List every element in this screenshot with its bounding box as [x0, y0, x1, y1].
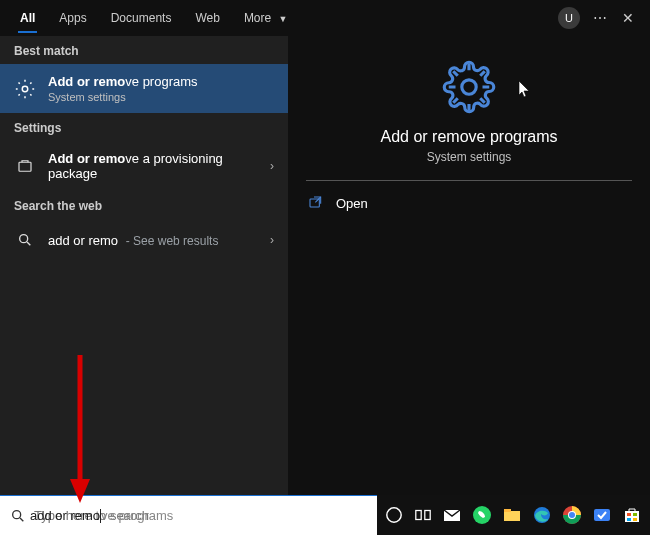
tab-documents[interactable]: Documents	[99, 3, 184, 33]
cortana-icon[interactable]	[385, 502, 404, 528]
result-subtitle: System settings	[48, 91, 274, 103]
svg-rect-23	[627, 518, 631, 521]
store-icon[interactable]	[622, 502, 642, 528]
gear-icon	[14, 78, 36, 100]
svg-rect-22	[633, 513, 637, 516]
svg-point-6	[13, 510, 21, 518]
settings-section-label: Settings	[0, 113, 288, 141]
open-label: Open	[336, 196, 368, 211]
chevron-right-icon: ›	[270, 159, 274, 173]
result-web-search[interactable]: add or remo - See web results ›	[0, 219, 288, 261]
tab-web[interactable]: Web	[183, 3, 231, 33]
top-tabbar: All Apps Documents Web More ▼ U ⋯ ✕	[0, 0, 650, 36]
svg-rect-19	[594, 509, 610, 521]
svg-point-3	[462, 80, 476, 94]
svg-point-18	[569, 512, 575, 518]
more-options-button[interactable]: ⋯	[586, 10, 614, 26]
chevron-down-icon: ▼	[279, 14, 288, 24]
svg-point-7	[387, 508, 401, 522]
preview-panel: Add or remove programs System settings O…	[288, 36, 650, 495]
results-panel: Best match Add or remove programs System…	[0, 36, 288, 495]
open-action[interactable]: Open	[288, 181, 650, 225]
web-hint: - See web results	[126, 234, 219, 248]
close-button[interactable]: ✕	[614, 10, 642, 26]
preview-subtitle: System settings	[306, 150, 632, 164]
mouse-cursor-icon	[518, 80, 532, 98]
chevron-right-icon: ›	[270, 233, 274, 247]
svg-rect-12	[504, 511, 520, 521]
svg-rect-24	[633, 518, 637, 521]
best-match-label: Best match	[0, 36, 288, 64]
svg-point-0	[22, 86, 28, 92]
todo-icon[interactable]	[592, 502, 612, 528]
result-title-bold: Add or remo	[48, 74, 125, 89]
tab-all[interactable]: All	[8, 3, 47, 33]
svg-rect-9	[425, 511, 430, 520]
chrome-icon[interactable]	[562, 502, 582, 528]
explorer-icon[interactable]	[502, 502, 522, 528]
svg-point-2	[20, 235, 28, 243]
result-title-bold: Add or remo	[48, 151, 125, 166]
search-input[interactable]	[34, 508, 367, 523]
search-icon	[14, 229, 36, 251]
task-view-icon[interactable]	[414, 502, 433, 528]
tab-more-label: More	[244, 11, 271, 25]
open-icon	[308, 195, 324, 211]
svg-rect-13	[504, 509, 511, 512]
preview-title: Add or remove programs	[306, 128, 632, 146]
edge-icon[interactable]	[532, 502, 552, 528]
user-avatar[interactable]: U	[558, 7, 580, 29]
mail-icon[interactable]	[442, 502, 462, 528]
result-add-remove-programs[interactable]: Add or remove programs System settings	[0, 64, 288, 113]
web-section-label: Search the web	[0, 191, 288, 219]
search-box[interactable]	[0, 495, 377, 535]
package-icon	[14, 155, 36, 177]
tab-apps[interactable]: Apps	[47, 3, 98, 33]
search-icon	[10, 508, 26, 524]
svg-rect-1	[19, 162, 31, 171]
web-query: add or remo	[48, 233, 118, 248]
whatsapp-icon[interactable]	[472, 502, 492, 528]
result-provisioning-package[interactable]: Add or remove a provisioning package ›	[0, 141, 288, 191]
svg-rect-21	[627, 513, 631, 516]
preview-gear-icon	[306, 60, 632, 114]
svg-rect-8	[416, 511, 421, 520]
tab-more[interactable]: More ▼	[232, 3, 300, 33]
result-title-rest: ve programs	[125, 74, 197, 89]
taskbar	[377, 495, 650, 535]
